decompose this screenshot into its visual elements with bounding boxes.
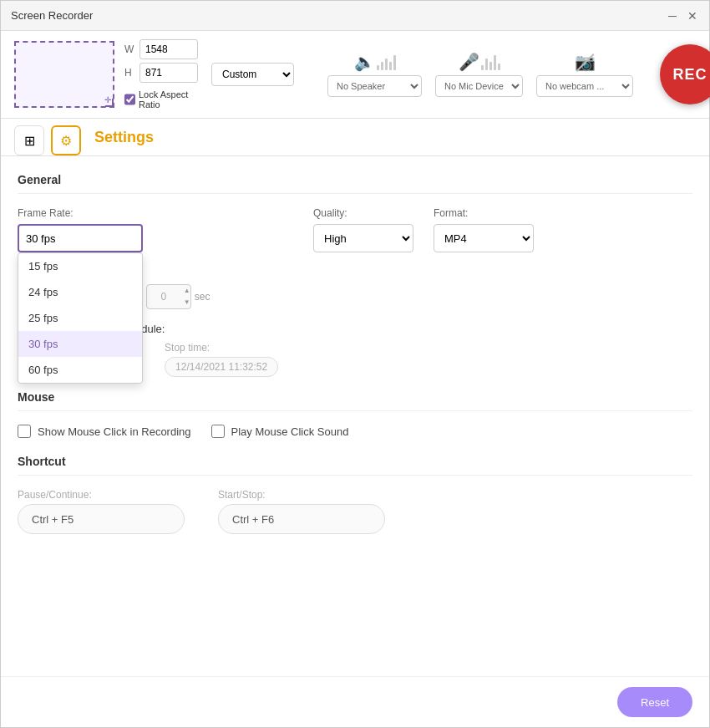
rec-button[interactable]: REC	[660, 44, 710, 104]
reset-button[interactable]: Reset	[617, 687, 692, 717]
mbar-5	[498, 64, 500, 70]
format-group: Format: MP4 MOV AVI GIF	[434, 207, 534, 252]
main-window: Screen Recorder ─ ✕ ✛ W H	[0, 0, 710, 728]
webcam-device: 📷 No webcam ... Default Webcam	[536, 52, 633, 97]
mic-select[interactable]: No Mic Device Default Mic	[435, 75, 523, 97]
sec-up-btn[interactable]: ▲	[184, 285, 190, 297]
dimensions-panel: W H	[124, 39, 198, 83]
quality-group: Quality: High Medium Low	[313, 207, 413, 252]
stop-time-group: Stop time: 12/14/2021 11:32:52	[165, 342, 278, 377]
start-stop-input[interactable]	[218, 504, 385, 534]
play-sound-checkbox[interactable]	[211, 425, 225, 438]
lock-aspect-label: Lock Aspect Ratio	[139, 89, 198, 109]
mic-bars	[481, 53, 500, 70]
speaker-device: 🔈 No Speaker Default Speaker	[327, 52, 422, 97]
frame-rate-select-wrap: 15 fps 24 fps 25 fps 30 fps 60 fps 15 fp…	[18, 224, 143, 252]
mouse-header: Mouse	[18, 390, 692, 411]
height-label: H	[124, 67, 136, 79]
frame-rate-dropdown-menu: 15 fps 24 fps 25 fps 30 fps 60 fps	[18, 252, 143, 384]
pause-input[interactable]	[18, 504, 185, 534]
fps-option-25[interactable]: 25 fps	[18, 305, 142, 331]
mouse-section: Mouse Show Mouse Click in Recording Play…	[18, 390, 692, 438]
bar-5	[393, 55, 396, 70]
fps-option-60[interactable]: 60 fps	[18, 357, 142, 383]
frame-rate-group: Frame Rate: 15 fps 24 fps 25 fps 30 fps …	[18, 207, 143, 252]
speaker-bars	[377, 53, 396, 70]
bar-1	[377, 65, 379, 70]
fps-option-15[interactable]: 15 fps	[18, 253, 142, 279]
shortcut-header: Shortcut	[18, 455, 692, 476]
webcam-icon: 📷	[575, 52, 596, 72]
fps-option-24[interactable]: 24 fps	[18, 279, 142, 305]
settings-title: Settings	[94, 129, 154, 153]
footer: Reset	[1, 676, 709, 727]
show-click-checkbox[interactable]	[18, 425, 31, 438]
minimize-button[interactable]: ─	[666, 9, 679, 23]
recording-area: ✛ W H Lock Aspect Ratio	[14, 39, 198, 109]
close-button[interactable]: ✕	[686, 9, 699, 23]
main-settings-row: Frame Rate: 15 fps 24 fps 25 fps 30 fps …	[18, 207, 692, 252]
fps-option-30[interactable]: 30 fps	[18, 331, 142, 357]
mic-icon: 🎤	[459, 52, 479, 72]
height-input[interactable]	[139, 63, 198, 83]
settings-content: General Frame Rate: 15 fps 24 fps 25 fps…	[1, 156, 709, 676]
titlebar: Screen Recorder ─ ✕	[1, 1, 709, 31]
sec-input[interactable]	[147, 285, 180, 308]
preset-select[interactable]: Custom Full Screen 1920x1080 1280x720	[211, 63, 294, 86]
stop-time-label: Stop time:	[165, 342, 278, 354]
mic-device: 🎤 No Mic Device Default Mic	[435, 52, 523, 97]
pause-shortcut-group: Pause/Continue:	[18, 489, 185, 534]
window-title: Screen Recorder	[11, 9, 93, 22]
start-stop-shortcut-group: Start/Stop:	[218, 489, 385, 534]
tab-capture[interactable]: ⊞	[14, 125, 44, 155]
speaker-select[interactable]: No Speaker Default Speaker	[327, 75, 422, 97]
general-header: General	[18, 173, 692, 194]
shortcut-section: Shortcut Pause/Continue: Start/Stop:	[18, 455, 692, 534]
sec-down-btn[interactable]: ▼	[184, 297, 190, 308]
sec-spinners: ▲ ▼	[184, 285, 190, 308]
mouse-options-row: Show Mouse Click in Recording Play Mouse…	[18, 425, 692, 438]
stop-time-value[interactable]: 12/14/2021 11:32:52	[165, 357, 278, 377]
play-sound-item: Play Mouse Click Sound	[211, 425, 349, 438]
tab-bar: ⊞ ⚙ Settings	[1, 119, 709, 156]
width-label: W	[124, 43, 136, 55]
bar-2	[381, 62, 383, 70]
speaker-icon: 🔈	[354, 52, 375, 72]
shortcut-row: Pause/Continue: Start/Stop:	[18, 489, 692, 534]
mbar-2	[485, 59, 488, 70]
sec-field-group: ▲ ▼	[146, 284, 191, 309]
mbar-3	[489, 62, 492, 70]
frame-rate-select[interactable]: 15 fps 24 fps 25 fps 30 fps 60 fps	[18, 224, 143, 252]
width-input[interactable]	[139, 39, 198, 59]
show-click-label: Show Mouse Click in Recording	[38, 425, 191, 438]
format-select[interactable]: MP4 MOV AVI GIF	[434, 224, 534, 252]
pause-label: Pause/Continue:	[18, 489, 185, 501]
show-click-item: Show Mouse Click in Recording	[18, 425, 191, 438]
lock-aspect-row: Lock Aspect Ratio	[124, 89, 198, 109]
tab-settings[interactable]: ⚙	[51, 125, 81, 155]
move-icon: ✛	[104, 95, 111, 104]
webcam-select[interactable]: No webcam ... Default Webcam	[536, 75, 633, 97]
bar-3	[385, 59, 388, 70]
lock-aspect-checkbox[interactable]	[124, 94, 135, 105]
capture-preview[interactable]: ✛	[14, 41, 114, 108]
bar-4	[389, 62, 392, 70]
sec-unit: sec	[195, 284, 210, 309]
play-sound-label: Play Mouse Click Sound	[231, 425, 349, 438]
format-label: Format:	[434, 207, 534, 219]
quality-select[interactable]: High Medium Low	[313, 224, 413, 252]
window-controls: ─ ✕	[666, 9, 699, 23]
start-stop-label: Start/Stop:	[218, 489, 385, 501]
toolbar: ✛ W H Lock Aspect Ratio	[1, 31, 709, 119]
preset-select-wrap: Custom Full Screen 1920x1080 1280x720	[211, 63, 294, 86]
mbar-4	[494, 55, 496, 70]
mbar-1	[481, 65, 484, 70]
frame-rate-label: Frame Rate:	[18, 207, 143, 219]
quality-label: Quality:	[313, 207, 413, 219]
